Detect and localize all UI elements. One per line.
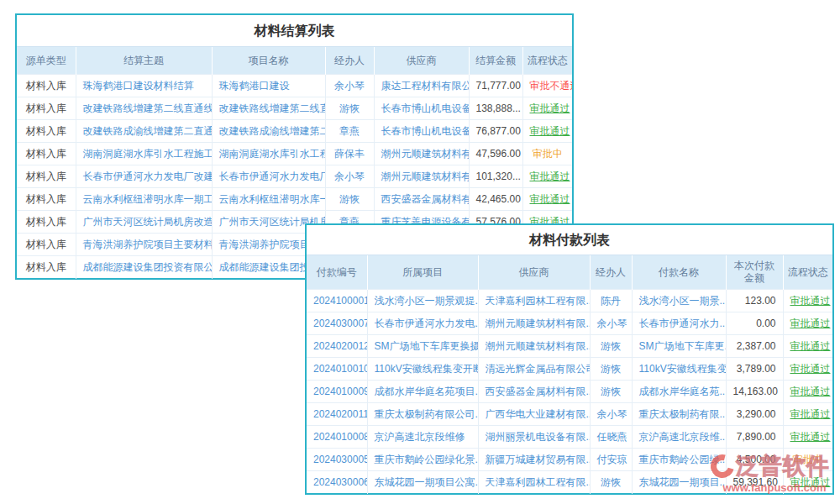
amount-cell: 14,163.00	[726, 381, 783, 403]
handler-link[interactable]: 余小琴	[325, 75, 374, 97]
table-row: 材料入库 长春市伊通河水力发电厂改建工程... 长春市伊通河水力发电厂... 余…	[17, 165, 572, 188]
payment-name-link[interactable]: 110kV安徽线程集变...	[632, 358, 726, 381]
handler-link[interactable]: 陈丹	[590, 290, 632, 312]
handler-link[interactable]: 余小琴	[590, 403, 632, 426]
subject-link[interactable]: 珠海鹤港口建设材料结算	[76, 75, 212, 97]
status-badge[interactable]: 审批通过	[530, 125, 570, 137]
project-link[interactable]: 改建铁路成渝线增建第二...	[212, 120, 325, 143]
handler-link[interactable]: 游恢	[325, 188, 374, 211]
supplier-link[interactable]: 长春市博山机电设备...	[374, 120, 469, 143]
subject-link[interactable]: 云南水利枢纽潜明水库一期工程施...	[76, 188, 212, 211]
project-link[interactable]: 湖南洞庭湖水库引水工程...	[212, 143, 325, 165]
handler-link[interactable]: 游恢	[325, 97, 374, 120]
subject-link[interactable]: 改建铁路成渝线增建第二直通线（...	[76, 120, 212, 143]
supplier-link[interactable]: 清远光辉金属品有限公司	[478, 358, 590, 381]
amount-cell: 3,789.00	[726, 358, 783, 381]
status-badge[interactable]: 审批通过	[530, 171, 570, 182]
handler-link[interactable]: 余小琴	[325, 165, 374, 188]
status-badge[interactable]: 审批通过	[790, 318, 831, 329]
project-link[interactable]: 重庆市鹅岭公园绿化景...	[367, 449, 478, 471]
payment-no-link[interactable]: 2024020011	[307, 403, 367, 426]
supplier-link[interactable]: 西安盛器金属材料有...	[374, 188, 469, 211]
supplier-link[interactable]: 天津嘉利园林工程有限...	[478, 471, 590, 494]
payment-no-link[interactable]: 2024030006	[307, 471, 367, 494]
payment-no-link[interactable]: 2024100001	[307, 290, 367, 312]
payment-name-link[interactable]: 浅水湾小区一期景...	[632, 290, 726, 312]
handler-link[interactable]: 余小琴	[590, 312, 632, 335]
supplier-link[interactable]: 长春市博山机电设备...	[374, 97, 469, 120]
project-link[interactable]: 珠海鹤港口建设	[212, 75, 325, 97]
subject-link[interactable]: 湖南洞庭湖水库引水工程施工标材...	[76, 143, 212, 165]
subject-link[interactable]: 长春市伊通河水力发电厂改建工程...	[76, 165, 212, 188]
handler-link[interactable]: 薛保丰	[325, 143, 374, 165]
supplier-link[interactable]: 潮州元顺建筑材料有限...	[478, 312, 590, 335]
col-handler: 经办人	[325, 47, 374, 75]
project-link[interactable]: 东城花园一期项目公寓...	[367, 471, 478, 494]
payment-no-link[interactable]: 2024030005	[307, 449, 367, 471]
supplier-link[interactable]: 广西华电大业建材有限...	[478, 403, 590, 426]
amount-cell: 0.00	[726, 312, 783, 335]
handler-link[interactable]: 游恢	[590, 381, 632, 403]
status-badge[interactable]: 审批不通过	[530, 80, 573, 92]
col-status: 流程状态	[522, 47, 572, 75]
payment-no-link[interactable]: 2024010010	[307, 358, 367, 381]
handler-link[interactable]: 付安琼	[590, 449, 632, 471]
status-badge[interactable]: 审批通过	[790, 340, 831, 352]
supplier-link[interactable]: 湖州丽景机电设备有限...	[478, 426, 590, 449]
table-row: 2024010009 成都水岸华庭名苑项目... 西安盛器金属材料有限... 游…	[307, 381, 832, 403]
project-link[interactable]: 京沪高速北京段维修	[367, 426, 478, 449]
project-link[interactable]: 长春市伊通河水力发电厂...	[212, 165, 325, 188]
project-link[interactable]: 成都水岸华庭名苑项目...	[367, 381, 478, 403]
subject-link[interactable]: 成都能源建设集团投资有限公司临...	[76, 256, 212, 279]
supplier-link[interactable]: 新疆万城建材贸易有限...	[478, 449, 590, 471]
project-link[interactable]: 浅水湾小区一期景观提...	[367, 290, 478, 312]
status-badge[interactable]: 审批通过	[790, 386, 831, 397]
source-type-cell: 材料入库	[17, 97, 76, 120]
subject-link[interactable]: 改建铁路线增建第二线直通线（成...	[76, 97, 212, 120]
project-link[interactable]: 云南水利枢纽潜明水库一...	[212, 188, 325, 211]
supplier-link[interactable]: 西安盛器金属材料有限...	[478, 381, 590, 403]
payment-name-link[interactable]: SM广场地下车库更...	[632, 335, 726, 358]
project-link[interactable]: SM广场地下车库更换摄...	[367, 335, 478, 358]
status-badge[interactable]: 审批中	[533, 148, 563, 160]
source-type-cell: 材料入库	[17, 256, 76, 279]
project-link[interactable]: 110kV安徽线程集变开断...	[367, 358, 478, 381]
supplier-link[interactable]: 潮州元顺建筑材料有限...	[478, 335, 590, 358]
payment-name-link[interactable]: 长春市伊通河水力...	[632, 312, 726, 335]
payment-name-link[interactable]: 成都水岸华庭名苑...	[632, 381, 726, 403]
fanpu-logo-icon	[706, 450, 738, 482]
col-supplier: 供应商	[478, 255, 590, 290]
project-link[interactable]: 长春市伊通河水力发电...	[367, 312, 478, 335]
payment-table-title: 材料付款列表	[307, 225, 832, 255]
supplier-link[interactable]: 康达工程材料有限公司	[374, 75, 469, 97]
handler-link[interactable]: 任晓燕	[590, 426, 632, 449]
payment-no-link[interactable]: 2024020012	[307, 335, 367, 358]
amount-cell: 76,877.00	[469, 120, 522, 143]
project-link[interactable]: 重庆太极制药有限公司...	[367, 403, 478, 426]
status-badge[interactable]: 审批通过	[790, 363, 831, 375]
payment-name-link[interactable]: 京沪高速北京段维...	[632, 426, 726, 449]
col-subject: 结算主题	[76, 47, 212, 75]
payment-no-link[interactable]: 2024030007	[307, 312, 367, 335]
handler-link[interactable]: 游恢	[590, 335, 632, 358]
payment-no-link[interactable]: 2024010008	[307, 426, 367, 449]
subject-link[interactable]: 青海洪湖养护院项目主要材料结算	[76, 234, 212, 256]
payment-no-link[interactable]: 2024010009	[307, 381, 367, 403]
supplier-link[interactable]: 潮州元顺建筑材料有...	[374, 165, 469, 188]
settlement-header-row: 源单类型 结算主题 项目名称 经办人 供应商 结算金额 流程状态	[17, 47, 572, 75]
status-badge[interactable]: 审批通过	[790, 295, 831, 307]
payment-name-link[interactable]: 重庆太极制药有限...	[632, 403, 726, 426]
project-link[interactable]: 改建铁路线增建第二线直...	[212, 97, 325, 120]
supplier-link[interactable]: 天津嘉利园林工程有限...	[478, 290, 590, 312]
subject-link[interactable]: 广州市天河区统计局机房改造项目...	[76, 211, 212, 234]
status-badge[interactable]: 审批通过	[790, 408, 831, 420]
col-amount: 结算金额	[469, 47, 522, 75]
amount-cell: 101,320...	[469, 165, 522, 188]
supplier-link[interactable]: 潮州元顺建筑材料有...	[374, 143, 469, 165]
handler-link[interactable]: 游恢	[590, 358, 632, 381]
status-badge[interactable]: 审批通过	[530, 102, 570, 114]
status-badge[interactable]: 审批通过	[790, 431, 831, 443]
handler-link[interactable]: 游恢	[590, 471, 632, 494]
status-badge[interactable]: 审批通过	[530, 193, 570, 205]
handler-link[interactable]: 章燕	[325, 120, 374, 143]
